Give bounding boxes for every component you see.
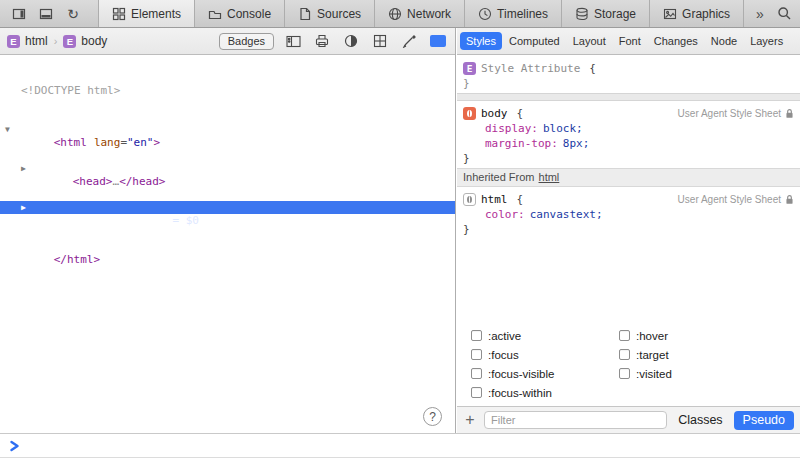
rule-source-label: User Agent Style Sheet bbox=[678, 194, 781, 205]
toolbar-right-controls: » bbox=[744, 0, 800, 27]
inherited-from-label: Inherited From bbox=[463, 171, 535, 183]
breadcrumb-separator-icon: › bbox=[53, 35, 59, 47]
css-property-row[interactable]: margin-top:8px; bbox=[463, 136, 794, 151]
pseudo-label: :focus-visible bbox=[488, 368, 554, 380]
reload-icon: ↻ bbox=[67, 7, 79, 21]
console-icon bbox=[208, 7, 222, 21]
open-brace-text: { bbox=[517, 193, 524, 206]
timelines-clock-icon bbox=[478, 7, 492, 21]
overflow-button[interactable]: » bbox=[756, 6, 764, 22]
tag-text: </html> bbox=[54, 253, 100, 266]
filter-input[interactable] bbox=[484, 411, 667, 429]
body-style-rule[interactable]: body { User Agent Style Sheet display:bl… bbox=[457, 101, 800, 168]
console-prompt-icon bbox=[9, 440, 20, 452]
pseudo-column-left: :active :focus :focus-visible :focus-wit… bbox=[457, 326, 619, 402]
pseudo-checkbox-active[interactable]: :active bbox=[471, 326, 619, 345]
style-attribute-section[interactable]: E Style Attribute { } bbox=[457, 56, 800, 93]
layout-panes-button[interactable] bbox=[283, 31, 303, 51]
tab-layers[interactable]: Layers bbox=[744, 32, 789, 50]
tab-changes[interactable]: Changes bbox=[648, 32, 704, 50]
graphics-image-icon bbox=[663, 7, 677, 21]
breadcrumb-item-html[interactable]: html bbox=[25, 34, 48, 48]
expand-arrow-icon[interactable]: ▶ bbox=[21, 164, 26, 173]
elements-panel: E html › E body Badges bbox=[0, 28, 456, 433]
pseudo-toggle-button[interactable]: Pseudo bbox=[734, 411, 794, 430]
element-badge-icon: E bbox=[63, 35, 76, 48]
html-close-node[interactable]: </html> bbox=[0, 240, 455, 253]
tag-text: </head> bbox=[119, 175, 165, 188]
css-property-name: margin-top: bbox=[485, 137, 558, 150]
body-node-selected[interactable]: ▶<body>…</body>= $0 bbox=[0, 201, 455, 214]
help-button[interactable]: ? bbox=[423, 407, 442, 426]
grid-overlay-icon bbox=[373, 34, 387, 48]
lock-icon bbox=[785, 194, 794, 205]
storage-database-icon bbox=[575, 7, 589, 21]
pseudo-checkbox-focus-within[interactable]: :focus-within bbox=[471, 383, 619, 402]
tab-storage[interactable]: Storage bbox=[561, 0, 649, 27]
css-property-name: color: bbox=[485, 208, 525, 221]
checkbox-icon[interactable] bbox=[471, 349, 482, 360]
expand-arrow-icon[interactable]: ▶ bbox=[21, 203, 26, 212]
tab-layout[interactable]: Layout bbox=[567, 32, 612, 50]
tab-elements[interactable]: Elements bbox=[98, 0, 194, 27]
styles-filter-bar: + Classes Pseudo bbox=[457, 406, 800, 433]
tab-console[interactable]: Console bbox=[194, 0, 284, 27]
reload-button[interactable]: ↻ bbox=[63, 4, 83, 24]
pseudo-label: :visited bbox=[636, 368, 672, 380]
head-node[interactable]: ▶<head>…</head> bbox=[0, 162, 455, 175]
element-selection-button[interactable] bbox=[428, 31, 448, 51]
dock-side-button[interactable] bbox=[9, 4, 29, 24]
attr-name-text: lang bbox=[94, 136, 121, 149]
new-rule-button[interactable]: + bbox=[463, 413, 477, 427]
rule-source: User Agent Style Sheet bbox=[678, 108, 794, 119]
classes-button[interactable]: Classes bbox=[674, 411, 726, 429]
tab-sources[interactable]: Sources bbox=[284, 0, 374, 27]
dock-bottom-button[interactable] bbox=[36, 4, 56, 24]
console-reference-text: = $0 bbox=[172, 214, 199, 227]
doctype-node[interactable]: <!DOCTYPE html> bbox=[0, 84, 455, 97]
quick-console-bar[interactable] bbox=[0, 433, 800, 461]
grid-overlay-button[interactable] bbox=[370, 31, 390, 51]
checkbox-icon[interactable] bbox=[471, 330, 482, 341]
pseudo-checkbox-hover[interactable]: :hover bbox=[619, 326, 672, 345]
tag-text: <body> bbox=[73, 214, 113, 227]
tab-computed[interactable]: Computed bbox=[503, 32, 566, 50]
pseudo-checkbox-focus[interactable]: :focus bbox=[471, 345, 619, 364]
print-button[interactable] bbox=[312, 31, 332, 51]
html-open-node[interactable]: ▼<htmllang="en"> bbox=[0, 123, 455, 136]
checkbox-icon[interactable] bbox=[619, 330, 630, 341]
breadcrumb-item-body[interactable]: body bbox=[81, 34, 107, 48]
css-property-value: 8px; bbox=[563, 137, 590, 150]
edit-button[interactable] bbox=[399, 31, 419, 51]
doctype-text: <!DOCTYPE html> bbox=[21, 84, 120, 97]
tag-text: </body> bbox=[119, 214, 165, 227]
checkbox-icon[interactable] bbox=[619, 368, 630, 379]
css-property-value: canvastext; bbox=[530, 208, 603, 221]
badges-button[interactable]: Badges bbox=[219, 33, 274, 50]
css-property-row[interactable]: display:block; bbox=[463, 121, 794, 136]
tab-font[interactable]: Font bbox=[613, 32, 647, 50]
close-brace-text: } bbox=[463, 223, 470, 236]
inherited-from-target[interactable]: html bbox=[539, 171, 560, 183]
tab-node[interactable]: Node bbox=[705, 32, 743, 50]
tab-timelines[interactable]: Timelines bbox=[464, 0, 561, 27]
css-property-name: display: bbox=[485, 122, 538, 135]
search-button[interactable] bbox=[777, 6, 792, 21]
css-property-row[interactable]: color:canvastext; bbox=[463, 207, 794, 222]
checkbox-icon[interactable] bbox=[471, 368, 482, 379]
open-brace-text: { bbox=[517, 107, 524, 120]
checkbox-icon[interactable] bbox=[619, 349, 630, 360]
collapse-arrow-icon[interactable]: ▼ bbox=[5, 125, 10, 134]
appearance-toggle-button[interactable] bbox=[341, 31, 361, 51]
checkbox-icon[interactable] bbox=[471, 387, 482, 398]
tab-network[interactable]: Network bbox=[374, 0, 464, 27]
pseudo-checkbox-target[interactable]: :target bbox=[619, 345, 672, 364]
tab-styles[interactable]: Styles bbox=[460, 32, 502, 50]
html-style-rule[interactable]: html { User Agent Style Sheet color:canv… bbox=[457, 187, 800, 239]
pseudo-checkbox-visited[interactable]: :visited bbox=[619, 364, 672, 383]
tab-graphics[interactable]: Graphics bbox=[649, 0, 744, 27]
attr-eq-text: = bbox=[120, 136, 127, 149]
attr-value-text: "en" bbox=[127, 136, 154, 149]
pseudo-checkbox-focus-visible[interactable]: :focus-visible bbox=[471, 364, 619, 383]
pseudo-label: :active bbox=[488, 330, 521, 342]
